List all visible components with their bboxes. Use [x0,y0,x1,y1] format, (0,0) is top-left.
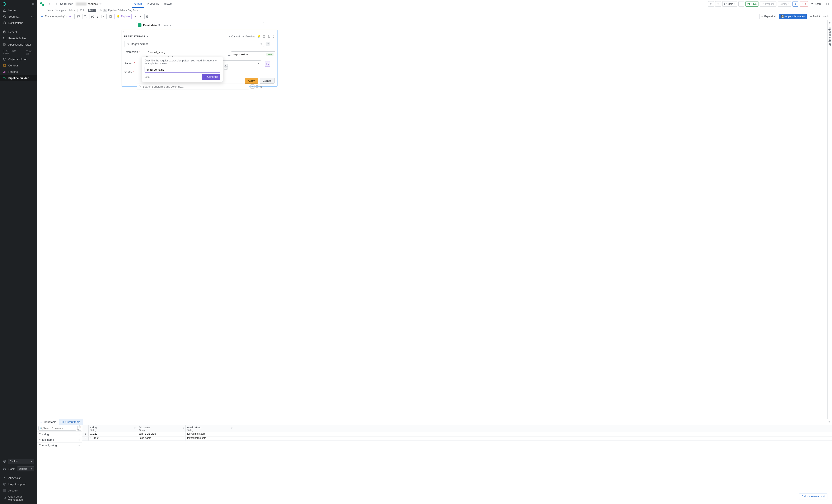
sidebar-item-contour[interactable]: Contour [0,62,37,69]
bulb-icon[interactable]: 💡 [257,35,261,38]
clipboard-button[interactable] [108,14,113,19]
branch-more[interactable]: ⋯ [738,1,744,7]
delete-search[interactable] [260,85,262,88]
sort-icon[interactable]: ≡ [78,438,80,441]
column-item[interactable]: ❞email_string≡ [37,443,82,448]
sparkle-plus-icon[interactable]: ✦₊ [69,15,73,18]
propose-button[interactable]: Propose [760,1,776,7]
column-item[interactable]: ❞string≡ [37,432,82,437]
clipboard-columns[interactable]: 📋▾ [77,426,81,431]
errors-button[interactable]: 4 [800,1,808,7]
track-select[interactable]: Default▾ [17,467,34,471]
drag-handle[interactable]: ⋮⋮ [122,30,127,33]
sidebar-item-open-workspaces[interactable]: Open other workspaces [0,494,37,503]
nav-back[interactable] [47,1,52,6]
table-row[interactable]: 21/11/22Fake namefake@name.com [82,436,832,441]
deploy-button[interactable]: Deploy▾ [778,1,791,7]
stepper-up[interactable]: ▲ [224,64,228,67]
calculate-row-count-button[interactable]: Calculate row count [799,494,827,499]
ai-prompt-input[interactable] [145,67,220,73]
sidebar-item-object-explorer[interactable]: Object explorer [0,56,37,62]
apply-button[interactable]: Apply [245,78,258,84]
panel-toggle[interactable] [825,1,830,7]
chevron-down-icon[interactable]: ▾ [231,426,233,430]
sidebar-item-recent[interactable]: Recent [0,29,37,35]
sidebar-collapse-icon[interactable] [31,2,35,6]
language-select[interactable]: English▾ [8,459,34,464]
copy-icon[interactable] [267,35,270,38]
generate-button[interactable]: ✦Generate [202,74,220,80]
output-column-chip[interactable]: regex_extract New [231,51,276,57]
sidebar-item-notifications[interactable]: Notifications [0,20,37,26]
sidebar-item-pipeline-builder[interactable]: Pipeline builder [0,75,37,81]
expand-icon[interactable]: ⤢ [133,15,138,18]
sort-icon[interactable]: ≡ [78,433,80,436]
help-icon[interactable]: ? [265,42,270,46]
apply-all-button[interactable]: 💾Apply all changes [779,14,807,19]
bc-2[interactable]: Bug Repro [128,9,139,11]
share-button[interactable]: Share [809,1,823,7]
view-all-link[interactable]: View all [26,50,34,55]
column-header[interactable]: email_stringString▾ [185,425,234,432]
canvas[interactable]: Email data 3 columns ⋮⋮ REGEX EXTRACT ✕C… [37,20,827,419]
undo-button[interactable] [708,1,714,7]
sidebar-item-home[interactable]: Home [0,7,37,14]
fx-toggle[interactable]: ƒx [96,15,101,18]
rail-collapse-icon[interactable] [828,22,831,25]
sidebar-item-projects[interactable]: Projects & files [0,35,37,42]
bc-1[interactable]: Pipeline Builder [108,9,125,11]
delete-button[interactable] [145,14,150,19]
back-to-graph-button[interactable]: ↩Back to graph [808,14,830,19]
card-cancel[interactable]: ✕Cancel [228,35,240,38]
sidebar-item-help[interactable]: ?Help & support [0,481,37,487]
column-header[interactable]: stringString▾ [88,425,137,432]
transform-path-pill[interactable]: Transform path (2) ✦₊ [39,14,75,19]
sidebar-item-reports[interactable]: Reports [0,69,37,75]
tab-proposals[interactable]: Proposals [145,0,161,8]
columns-search-input[interactable] [38,426,76,431]
sort-icon[interactable]: ≡ [78,444,80,447]
chevron-down-icon[interactable]: ▾ [183,426,184,430]
tab-output-table[interactable]: Output table [59,419,83,425]
collapse-panel[interactable] [826,419,832,425]
sidebar-item-search[interactable]: Search…⌘ J [0,14,37,20]
stepper-down[interactable]: ▼ [224,67,228,70]
explain-button[interactable]: 💡Explain [114,14,132,19]
card-preview[interactable]: ＋Preview [242,34,255,38]
menu-settings[interactable]: Settings [54,9,67,12]
node-email-data[interactable]: Email data 3 columns [136,22,264,28]
table-row[interactable]: 11/1/22John BUILDERjo@domain.com [82,432,832,436]
trash-icon[interactable] [272,35,275,38]
save-button[interactable]: Save [746,1,758,7]
stats-icon[interactable] [147,35,150,38]
data-grid[interactable]: stringString▾ full_nameString▾ email_str… [82,425,832,504]
rail-label[interactable]: Pipeline outputs [828,27,831,46]
function-select[interactable]: ƒx Regex extract ▾ [125,41,264,47]
cancel-button[interactable]: Cancel [260,78,275,84]
chevron-down-icon[interactable]: ▾ [134,426,136,430]
tab-graph[interactable]: Graph [132,0,145,8]
sidebar-item-aip-assist[interactable]: AIP Assist [0,475,37,481]
more-icon[interactable]: ⋯ [272,62,275,65]
sidebar-item-account[interactable]: Account [0,487,37,494]
fx-add[interactable]: + [101,15,105,18]
breadcrumb-root[interactable]: Builder [64,2,73,5]
comment-button[interactable] [76,14,81,19]
branch-count[interactable]: 1 [79,9,84,12]
clipboard-icon[interactable] [263,35,265,38]
expand-all-button[interactable]: ⤢Expand all [759,14,778,19]
collapse-icon[interactable]: ⤡ [138,15,143,18]
menu-help[interactable]: Help [68,9,76,12]
more-icon[interactable]: ⋯ [272,43,275,46]
tab-history[interactable]: History [161,0,175,8]
star-icon[interactable]: ☆ [99,2,102,5]
sidebar-item-apps-portal[interactable]: Applications Portal [0,42,37,48]
menu-file[interactable]: File [46,9,53,12]
tab-input-table[interactable]: Input table [37,419,59,425]
branch-select[interactable]: Main▾ [722,1,737,7]
redo-button[interactable] [715,1,721,7]
settings-button[interactable] [792,1,798,7]
column-header[interactable]: full_nameString▾ [137,425,185,432]
batch-mode-pill[interactable]: Batch [88,9,96,12]
ai-generate-pattern[interactable]: ✦₊ [265,61,270,67]
